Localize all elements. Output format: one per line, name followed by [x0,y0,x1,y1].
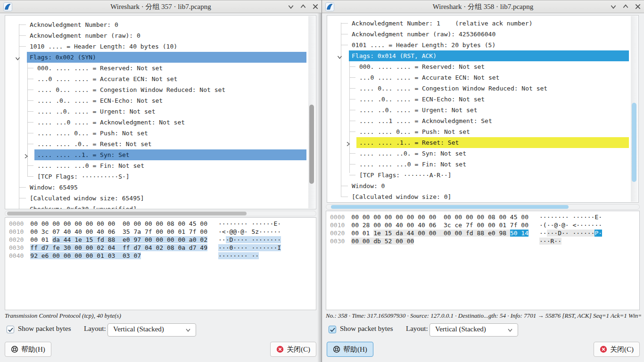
hex-bytes[interactable]: 00 00 db 52 00 00 [351,238,414,245]
tree-row[interactable]: .... .... 0... = Push: Not set [327,126,638,137]
tree-row[interactable]: Window: 65495 [5,182,316,193]
tree-row[interactable]: .... ...1 .... = Acknowledgment: Set [327,115,638,126]
layout-dropdown[interactable]: Vertical (Stacked) [107,323,196,337]
hex-row[interactable]: 004092 e6 00 00 00 00 01 03 03 07·······… [5,252,316,260]
packet-bytes-pane[interactable]: 000000 00 00 00 00 00 00 00 00 00 00 00 … [326,211,640,310]
hex-row[interactable]: 0030ff d7 fe 30 00 00 02 04 ff d7 04 02 … [5,244,316,252]
tree-row[interactable]: .... .... ...0 = Fin: Not set [5,160,316,171]
tree-row[interactable]: Window: 0 [327,181,638,191]
close-window-icon[interactable] [312,3,319,10]
tree-row[interactable]: 000. .... .... = Reserved: Not set [5,63,316,74]
tree-row[interactable]: Acknowledgment number (raw): 4253606040 [327,29,638,40]
tree-row[interactable]: .... 0... .... = Congestion Window Reduc… [327,83,638,94]
tree-row[interactable]: .... ..0. .... = Urgent: Not set [5,106,316,117]
hex-bytes[interactable]: ff d7 fe 30 00 00 02 04 ff d7 04 02 08 0… [30,244,207,251]
tree-tick [27,90,33,90]
tree-row[interactable]: .... .... ...0 = Fin: Not set [327,159,638,170]
tree-row[interactable]: Checksum: 0xfe30 [unverified] [5,204,316,209]
tree-row[interactable]: [TCP Flags: ·······A·R··] [327,170,638,181]
tree-row[interactable]: Acknowledgment Number: 0 [5,19,316,30]
minimize-icon[interactable] [288,3,294,10]
titlebar[interactable]: Wireshark · 分组 357 · lib7.pcapng [0,0,322,13]
tree-tick [349,175,355,175]
hex-row[interactable]: 002000 01 da 44 1e 15 fd 88 e0 97 00 00 … [5,236,316,244]
hex-bytes[interactable]: 00 28 00 00 40 00 40 06 3c ce 7f 00 00 0… [351,222,528,229]
tree-row[interactable]: .... .0.. .... = ECN-Echo: Not set [327,94,638,105]
layout-dropdown[interactable]: Vertical (Stacked) [429,323,518,337]
tree-row[interactable]: .... .... ..0. = Syn: Not set [327,148,638,159]
chevron-collapsed-icon[interactable] [23,152,29,158]
tree-vertical-scrollbar[interactable] [308,16,315,208]
window-title: Wireshark · 分组 357 · lib7.pcapng [0,0,322,13]
maximize-icon[interactable] [300,3,306,10]
show-packet-bytes-checkbox[interactable] [7,326,14,333]
hex-bytes[interactable]: 00 3c 07 40 40 00 40 06 35 7a 7f 00 00 0… [30,228,207,235]
hex-bytes[interactable]: 92 e6 00 00 00 00 01 03 03 07 [30,252,141,259]
tree-row[interactable]: .... 0... .... = Congestion Window Reduc… [5,84,316,95]
tree-row[interactable]: .... .... ..1. = Syn: Set [5,149,316,160]
tree-row[interactable]: Flags: 0x002 (SYN) [5,52,316,63]
hex-bytes[interactable]: 50 14 [510,230,528,237]
show-packet-bytes-label[interactable]: Show packet bytes [340,325,393,333]
tree-row[interactable]: .... ..0. .... = Urgent: Not set [327,105,638,115]
titlebar[interactable]: Wireshark · 分组 358 · lib7.pcapng [322,0,644,13]
tree-row[interactable]: Flags: 0x014 (RST, ACK) [327,50,638,61]
tree-row[interactable]: 1010 .... = Header Length: 40 bytes (10) [5,41,316,52]
tree-row[interactable]: 000. .... .... = Reserved: Not set [327,61,638,72]
tree-row[interactable]: Acknowledgment number (raw): 0 [5,30,316,41]
close-button[interactable]: 关闭(C) [270,342,316,357]
tree-row[interactable]: [Calculated window size: 0] [327,191,638,202]
tree-vertical-scrollbar[interactable] [631,16,638,202]
hex-row[interactable]: 000000 00 00 00 00 00 00 00 00 00 00 00 … [5,220,316,228]
chevron-collapsed-icon[interactable] [345,140,351,146]
tree-row[interactable]: ...0 .... .... = Accurate ECN: Not set [327,72,638,83]
scrollbar-thumb[interactable] [309,105,314,184]
help-button[interactable]: 帮助(H) [5,342,51,357]
hex-bytes[interactable]: 00 01 [30,236,52,243]
hex-row[interactable]: 002000 01 1e 15 da 44 00 00 00 00 fd 88 … [326,229,639,237]
tree-row[interactable]: .... .... .0.. = Reset: Not set [5,139,316,149]
tree-row[interactable]: .... ...0 .... = Acknowledgment: Not set [5,117,316,128]
tree-row[interactable]: .... .... .1.. = Reset: Set [327,137,638,148]
tree-tick [27,133,33,133]
maximize-icon[interactable] [622,3,629,10]
tree-row-label: [TCP Flags: ·······A·R··] [356,170,629,181]
scrollbar-thumb[interactable] [632,103,636,182]
tree-row[interactable]: .... .0.. .... = ECN-Echo: Not set [5,95,316,106]
tree-row[interactable]: [TCP Flags: ··········S·] [5,171,316,182]
minimize-icon[interactable] [610,3,617,10]
hex-ascii-chars: ········ ······E· [539,214,602,221]
tree-row[interactable]: [Calculated window size: 65495] [5,193,316,204]
hex-row[interactable]: 000000 00 00 00 00 00 00 00 00 00 00 00 … [326,213,639,221]
close-button[interactable]: 关闭(C) [594,342,640,357]
hex-bytes[interactable]: 00 01 [351,230,373,237]
packet-detail-tree[interactable]: Acknowledgment Number: 1 (relative ack n… [327,15,639,203]
hex-bytes[interactable]: 00 00 00 00 00 00 00 00 00 00 00 00 08 0… [351,214,528,221]
tree-horizontal-scrollbar[interactable] [5,211,316,216]
hex-row[interactable]: 003000 00 db 52 00 00···R·· [326,237,639,245]
tree-row[interactable]: ...0 .... .... = Accurate ECN: Not set [5,74,316,84]
tree-row-label: .... ...1 .... = Acknowledgment: Set [356,115,629,126]
tree-row[interactable]: 0101 .... = Header Length: 20 bytes (5) [327,40,638,50]
tree-row[interactable]: Acknowledgment Number: 1 (relative ack n… [327,18,638,29]
hex-bytes[interactable]: 1e 15 da 44 00 00 00 00 fd 88 e0 98 [373,230,510,237]
show-packet-bytes-label[interactable]: Show packet bytes [18,325,71,333]
tree-row[interactable]: .... .... 0... = Push: Not set [5,128,316,139]
scrollbar-thumb[interactable] [331,205,569,209]
tree-horizontal-scrollbar[interactable] [326,204,640,210]
scrollbar-thumb[interactable] [7,212,247,215]
chevron-expanded-icon[interactable] [337,53,343,59]
show-packet-bytes-checkbox[interactable] [329,326,336,333]
close-window-icon[interactable] [635,3,641,10]
packet-bytes-pane[interactable]: 000000 00 00 00 00 00 00 00 00 00 00 00 … [5,217,316,310]
hex-row[interactable]: 001000 28 00 00 40 00 40 06 3c ce 7f 00 … [326,221,639,229]
hex-row[interactable]: 001000 3c 07 40 40 00 40 06 35 7a 7f 00 … [5,228,316,236]
hex-ascii-chars: ·(··@·@· <······· [539,222,602,229]
hex-bytes[interactable]: 00 00 00 00 00 00 00 00 00 00 00 00 08 0… [30,220,207,227]
hex-bytes[interactable]: da 44 1e 15 fd 88 e0 97 00 00 00 00 a0 0… [52,236,207,243]
controls-row: Show packet bytes Layout: Vertical (Stac… [322,323,644,337]
hex-offset: 0000 [326,214,345,221]
packet-detail-tree[interactable]: Acknowledgment Number: 0Acknowledgment n… [5,15,316,209]
help-button[interactable]: 帮助(H) [327,342,373,357]
chevron-expanded-icon[interactable] [15,54,21,60]
